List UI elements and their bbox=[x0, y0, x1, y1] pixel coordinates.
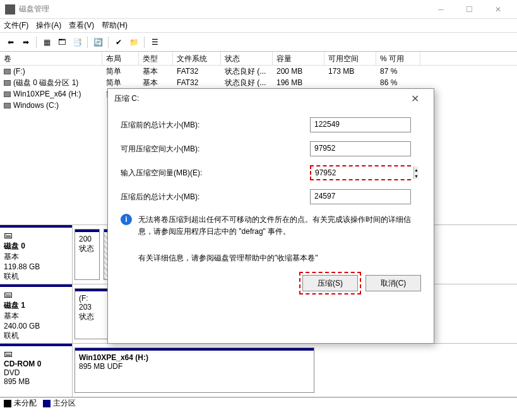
legend-unalloc-swatch bbox=[4, 400, 11, 407]
shrink-input-field[interactable] bbox=[311, 166, 413, 179]
note-text: 有关详细信息，请参阅磁盘管理帮助中的"收缩基本卷" bbox=[121, 249, 421, 264]
shrink-dialog: 压缩 C: ✕ 压缩前的总计大小(MB): 122549 可用压缩空间大小(MB… bbox=[107, 88, 434, 344]
dialog-close-button[interactable]: ✕ bbox=[402, 93, 427, 105]
legend-unalloc: 未分配 bbox=[14, 399, 37, 407]
dialog-title: 压缩 C: bbox=[114, 93, 402, 104]
spin-up[interactable]: ▲ bbox=[414, 166, 419, 173]
col-volume[interactable]: 卷 bbox=[0, 52, 102, 65]
partition[interactable]: Win10XPE_x64 (H:)895 MB UDF bbox=[74, 347, 314, 393]
cancel-button[interactable]: 取消(C) bbox=[365, 275, 421, 291]
forward-button[interactable]: ➡ bbox=[19, 35, 33, 49]
close-button[interactable]: ✕ bbox=[484, 0, 512, 18]
settings-button[interactable]: 📑 bbox=[70, 35, 84, 49]
volume-list-header: 卷 布局 类型 文件系统 状态 容量 可用空间 % 可用 bbox=[0, 52, 517, 66]
shrink-input[interactable]: ▲▼ bbox=[310, 165, 411, 180]
folder-button[interactable]: 📁 bbox=[127, 35, 141, 49]
volume-row[interactable]: (磁盘 0 磁盘分区 1)简单基本FAT32状态良好 (...196 MB86 … bbox=[0, 77, 517, 88]
menubar: 文件(F) 操作(A) 查看(V) 帮助(H) bbox=[0, 19, 517, 33]
window-title: 磁盘管理 bbox=[19, 4, 427, 15]
separator bbox=[108, 37, 109, 48]
menu-help[interactable]: 帮助(H) bbox=[102, 20, 128, 31]
col-fs[interactable]: 文件系统 bbox=[173, 52, 221, 65]
separator bbox=[87, 37, 88, 48]
shrink-button[interactable]: 压缩(S) bbox=[302, 275, 358, 291]
total-before-label: 压缩前的总计大小(MB): bbox=[121, 120, 310, 131]
panes-button[interactable]: ▦ bbox=[40, 35, 54, 49]
input-label: 输入压缩空间量(MB)(E): bbox=[121, 168, 310, 178]
partition[interactable]: 200状态 bbox=[74, 229, 100, 280]
avail-value: 97952 bbox=[310, 141, 411, 156]
info-text: 无法将卷压缩到超出任何不可移动的文件所在的点。有关完成该操作时间的详细信息，请参… bbox=[138, 214, 421, 238]
legend-primary-swatch bbox=[43, 400, 51, 407]
titlebar: 磁盘管理 ─ ☐ ✕ bbox=[0, 0, 517, 19]
col-pct[interactable]: % 可用 bbox=[376, 52, 420, 65]
maximize-button[interactable]: ☐ bbox=[455, 0, 484, 18]
spin-down[interactable]: ▼ bbox=[414, 173, 419, 179]
separator bbox=[36, 37, 37, 48]
disk-row: 🖴CD-ROM 0DVD895 MBWin10XPE_x64 (H:)895 M… bbox=[0, 344, 517, 397]
check-button[interactable]: ✔ bbox=[112, 35, 126, 49]
legend-primary: 主分区 bbox=[53, 399, 76, 407]
col-capacity[interactable]: 容量 bbox=[273, 52, 324, 65]
info-icon: i bbox=[121, 214, 132, 225]
dialog-titlebar: 压缩 C: ✕ bbox=[108, 89, 434, 108]
list-button[interactable]: ☰ bbox=[148, 35, 162, 49]
col-layout[interactable]: 布局 bbox=[102, 52, 139, 65]
total-after-value: 24597 bbox=[310, 189, 411, 204]
minimize-button[interactable]: ─ bbox=[427, 0, 455, 18]
partition[interactable]: (F:203状态 bbox=[74, 288, 111, 339]
menu-view[interactable]: 查看(V) bbox=[69, 20, 94, 31]
col-status[interactable]: 状态 bbox=[221, 52, 273, 65]
menu-file[interactable]: 文件(F) bbox=[4, 20, 28, 31]
total-after-label: 压缩后的总计大小(MB): bbox=[121, 192, 310, 202]
col-free[interactable]: 可用空间 bbox=[324, 52, 376, 65]
menu-action[interactable]: 操作(A) bbox=[36, 20, 61, 31]
back-button[interactable]: ⬅ bbox=[4, 35, 18, 49]
refresh-button[interactable]: 🔄 bbox=[91, 35, 105, 49]
volume-row[interactable]: (F:)简单基本FAT32状态良好 (...200 MB173 MB87 % bbox=[0, 66, 517, 77]
app-icon bbox=[5, 4, 15, 15]
spinner-buttons[interactable]: ▲▼ bbox=[413, 166, 419, 179]
total-before-value: 122549 bbox=[310, 117, 411, 132]
col-type[interactable]: 类型 bbox=[139, 52, 173, 65]
separator bbox=[144, 37, 145, 48]
legend: 未分配 主分区 bbox=[0, 397, 517, 409]
toolbar: ⬅ ➡ ▦ 🗔 📑 🔄 ✔ 📁 ☰ bbox=[0, 33, 517, 52]
view-button[interactable]: 🗔 bbox=[55, 35, 69, 49]
avail-label: 可用压缩空间大小(MB): bbox=[121, 144, 310, 155]
